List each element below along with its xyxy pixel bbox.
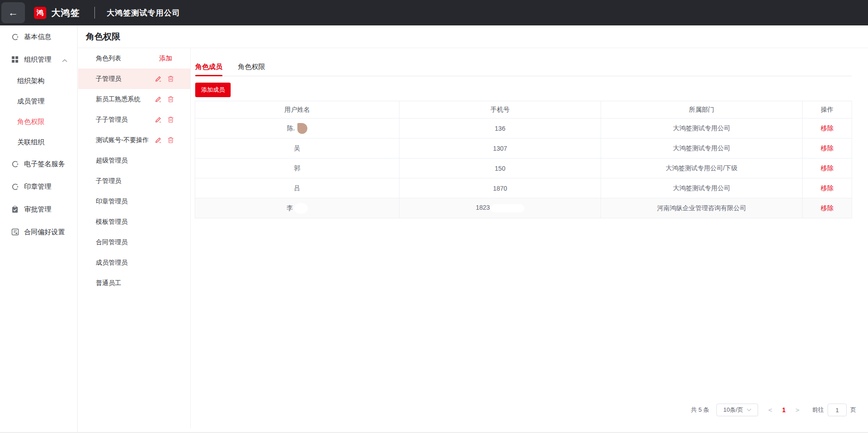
next-page-button[interactable]: > (796, 406, 799, 414)
column-header-phone: 手机号 (399, 101, 601, 118)
prev-page-button[interactable]: < (768, 406, 772, 414)
table-row: 李 1823 河南鸿纵企业管理咨询有限公司 移除 (195, 198, 852, 218)
tab-bar: 角色成员 角色权限 (195, 58, 852, 76)
member-action-cell: 移除 (803, 158, 852, 178)
delete-trash-icon[interactable] (168, 116, 174, 123)
member-action-cell: 移除 (803, 198, 852, 218)
member-dept-cell: 大鸿签测试专用公司 (601, 138, 803, 158)
sidebar: 基本信息 组织管理 组织架构 成员管理 角色权限 关联组织 电子签名服务 印章管… (0, 25, 78, 432)
member-action-cell: 移除 (803, 178, 852, 198)
sidebar-item-approval-management[interactable]: 审批管理 (0, 198, 77, 221)
tab-role-members[interactable]: 角色成员 (195, 58, 222, 76)
member-phone-cell: 1870 (399, 178, 601, 198)
table-row: 吕 1870 大鸿签测试专用公司 移除 (195, 178, 852, 198)
role-item[interactable]: 合同管理员 (78, 232, 190, 252)
edit-pencil-icon[interactable] (155, 75, 162, 82)
remove-member-link[interactable]: 移除 (821, 164, 833, 172)
member-name-cell: 吴 (195, 138, 399, 158)
role-item[interactable]: 超级管理员 (78, 150, 190, 171)
role-item-selected[interactable]: 子管理员 (78, 69, 190, 89)
sidebar-item-org-management[interactable]: 组织管理 (0, 48, 77, 71)
add-member-button[interactable]: 添加成员 (195, 83, 231, 97)
back-button[interactable]: ← (1, 2, 25, 23)
total-count: 共 5 条 (691, 406, 709, 414)
window-bottom-divider (0, 432, 868, 433)
member-dept-cell: 大鸿签测试专用公司 (601, 178, 803, 198)
sidebar-item-contract-preferences[interactable]: 合同偏好设置 (0, 221, 77, 243)
sidebar-item-basic-info[interactable]: 基本信息 (0, 25, 77, 48)
sidebar-item-role-permissions[interactable]: 角色权限 (0, 112, 77, 132)
contract-settings-icon (11, 228, 19, 236)
member-dept-cell: 河南鸿纵企业管理咨询有限公司 (601, 198, 803, 218)
sidebar-item-linked-orgs[interactable]: 关联组织 (0, 132, 77, 153)
table-row: 吴 1307 大鸿签测试专用公司 移除 (195, 138, 852, 158)
page-suffix: 页 (850, 406, 856, 414)
role-item[interactable]: 模板管理员 (78, 212, 190, 232)
column-header-name: 用户姓名 (195, 101, 399, 118)
edit-pencil-icon[interactable] (155, 116, 162, 123)
table-row: 陈. 136 大鸿签测试专用公司 移除 (195, 118, 852, 138)
current-page[interactable]: 1 (782, 406, 786, 414)
page-title: 角色权限 (86, 25, 120, 48)
delete-trash-icon[interactable] (168, 96, 174, 103)
delete-trash-icon[interactable] (168, 137, 174, 143)
edit-pencil-icon[interactable] (155, 137, 162, 143)
role-item[interactable]: 新员工熟悉系统 (78, 89, 190, 109)
member-phone-cell: 136 (399, 118, 601, 138)
remove-member-link[interactable]: 移除 (821, 204, 833, 212)
edit-pencil-icon[interactable] (155, 96, 162, 103)
role-item[interactable]: 普通员工 (78, 273, 190, 293)
sidebar-item-member-management[interactable]: 成员管理 (0, 91, 77, 112)
goto-label: 前往 (812, 406, 824, 414)
role-item[interactable]: 子子管理员 (78, 109, 190, 130)
refresh-icon (11, 33, 19, 41)
refresh-icon (11, 182, 19, 191)
role-list-title: 角色列表 (96, 54, 121, 63)
remove-member-link[interactable]: 移除 (821, 124, 833, 132)
role-item[interactable]: 子管理员 (78, 171, 190, 191)
member-phone-cell: 1307 (399, 138, 601, 158)
chevron-down-icon (747, 409, 751, 411)
refresh-icon (11, 160, 19, 168)
members-table: 用户姓名 手机号 所属部门 操作 陈. 136 大鸿签测试专用公司 移除 吴 1… (195, 101, 852, 218)
tab-role-permissions[interactable]: 角色权限 (238, 58, 265, 76)
role-item[interactable]: 印章管理员 (78, 191, 190, 212)
role-item[interactable]: 测试账号-不要操作 (78, 130, 190, 150)
member-phone-cell: 1823 (399, 198, 601, 218)
member-name-cell: 郭 (195, 158, 399, 178)
back-arrow-icon: ← (8, 7, 18, 19)
clipboard-check-icon (11, 205, 19, 213)
member-name-cell: 陈. (195, 118, 399, 138)
topbar: ← 鸿 大鸿签 大鸿签测试专用公司 (0, 0, 868, 25)
topbar-divider (94, 7, 95, 19)
sidebar-item-seal-management[interactable]: 印章管理 (0, 175, 77, 198)
page-size-select[interactable]: 10条/页 (716, 404, 758, 416)
brand-name: 大鸿签 (51, 7, 80, 19)
add-role-button[interactable]: 添加 (159, 54, 172, 63)
sidebar-item-label: 基本信息 (24, 33, 51, 41)
member-action-cell: 移除 (803, 138, 852, 158)
pagination: 共 5 条 10条/页 < 1 > 前往 页 (691, 404, 856, 416)
sidebar-item-org-structure[interactable]: 组织架构 (0, 71, 77, 91)
role-item[interactable]: 成员管理员 (78, 252, 190, 273)
redaction-blob (491, 204, 524, 212)
member-name-cell: 李 (195, 198, 399, 218)
goto-page-input[interactable] (828, 404, 847, 416)
member-dept-cell: 大鸿签测试专用公司/下级 (601, 158, 803, 178)
column-header-dept: 所属部门 (601, 101, 803, 118)
member-dept-cell: 大鸿签测试专用公司 (601, 118, 803, 138)
main-content: 角色成员 角色权限 添加成员 用户姓名 手机号 所属部门 操作 陈. 136 大… (191, 48, 868, 434)
brand-logo-icon: 鸿 (34, 7, 46, 19)
redaction-blob (297, 123, 307, 134)
grid-icon (11, 55, 19, 64)
member-action-cell: 移除 (803, 118, 852, 138)
sidebar-item-label: 组织管理 (24, 55, 51, 64)
remove-member-link[interactable]: 移除 (821, 144, 833, 152)
company-name: 大鸿签测试专用公司 (107, 8, 180, 18)
role-list-panel: 角色列表 添加 子管理员 新员工熟悉系统 子子管理员 测试账号-不要操作 超级管… (78, 48, 191, 429)
table-row: 郭 150 大鸿签测试专用公司/下级 移除 (195, 158, 852, 178)
delete-trash-icon[interactable] (168, 75, 174, 82)
member-name-cell: 吕 (195, 178, 399, 198)
remove-member-link[interactable]: 移除 (821, 184, 833, 192)
sidebar-item-esign-service[interactable]: 电子签名服务 (0, 153, 77, 175)
